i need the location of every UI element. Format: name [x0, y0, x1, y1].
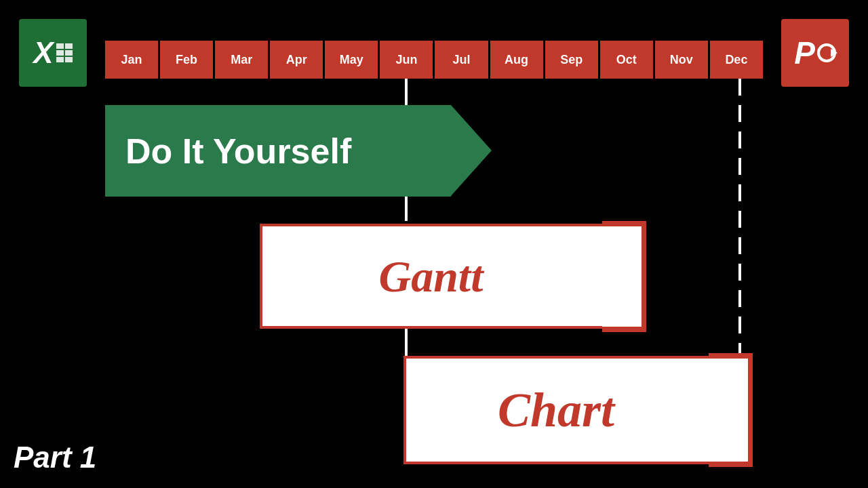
month-nov: Nov	[655, 41, 710, 79]
month-mar: Mar	[215, 41, 270, 79]
do-it-yourself-text: Do It Yourself	[105, 131, 451, 171]
timeline-bar: Jan Feb Mar Apr May Jun Jul Aug Sep Oct …	[105, 41, 763, 79]
month-aug: Aug	[490, 41, 545, 79]
excel-x-letter: X	[33, 36, 53, 70]
month-jul: Jul	[435, 41, 490, 79]
gantt-arrow: Gantt	[260, 224, 639, 329]
month-jun: Jun	[380, 41, 435, 79]
ppt-p-letter: P	[794, 35, 815, 71]
arrow-head-inner-chart	[709, 359, 748, 462]
powerpoint-icon: P	[781, 19, 849, 87]
excel-icon: X	[19, 19, 87, 87]
month-dec: Dec	[710, 41, 763, 79]
arrow-head-green	[451, 105, 492, 196]
chart-text: Chart	[403, 382, 709, 439]
chart-arrow: Chart	[403, 356, 746, 464]
vertical-connector-2	[405, 329, 408, 359]
month-sep: Sep	[545, 41, 600, 79]
part-label: Part 1	[14, 441, 96, 474]
month-oct: Oct	[600, 41, 655, 79]
month-apr: Apr	[270, 41, 325, 79]
ppt-presentation-shape	[817, 43, 836, 62]
month-feb: Feb	[160, 41, 215, 79]
month-jan: Jan	[105, 41, 160, 79]
month-may: May	[325, 41, 380, 79]
arrow-head-inner-gantt	[602, 226, 642, 327]
gantt-text: Gantt	[260, 251, 602, 302]
do-it-yourself-arrow: Do It Yourself	[105, 105, 485, 197]
excel-grid	[56, 43, 73, 62]
